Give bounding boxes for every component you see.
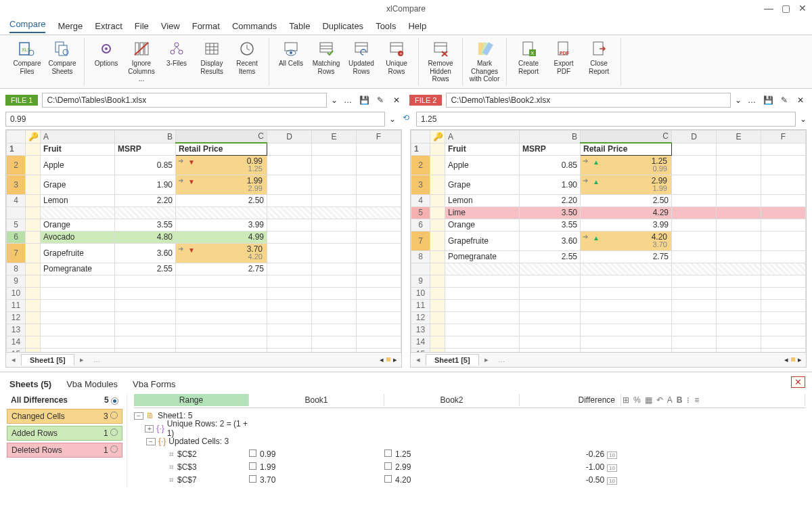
- ribbon-compare[interactable]: Compare Sheets: [45, 38, 80, 85]
- cell-c2[interactable]: ➜▲1.250.99: [581, 155, 672, 175]
- checkbox-b1[interactable]: [249, 475, 256, 483]
- ribbon-display[interactable]: Display Results: [194, 38, 229, 85]
- cell-b3[interactable]: 1.90: [115, 175, 176, 194]
- ribbon-recent[interactable]: Recent Items: [229, 38, 265, 85]
- ribbon-updated[interactable]: Updated Rows: [344, 38, 379, 85]
- col-header-C[interactable]: C: [581, 130, 672, 143]
- tree-cell-$C$7[interactable]: ⌗$C$7 3.70 4.20 -0.5010: [134, 474, 805, 487]
- row-header-7[interactable]: 7: [411, 231, 430, 250]
- tool-bold-icon[interactable]: B: [677, 395, 683, 405]
- tool-percent-icon[interactable]: %: [633, 395, 641, 405]
- cell-b6[interactable]: 3.55: [520, 219, 581, 231]
- cell-b3[interactable]: 1.90: [520, 175, 581, 194]
- file1-save-icon[interactable]: 💾: [358, 94, 370, 106]
- file2-save-icon[interactable]: 💾: [762, 94, 774, 106]
- diffcol-book2[interactable]: Book2: [384, 394, 520, 406]
- close-panel-button[interactable]: ✕: [791, 376, 805, 388]
- checkbox-b2[interactable]: [384, 475, 392, 483]
- cell-b4[interactable]: 2.20: [115, 194, 176, 206]
- tool-grid-icon[interactable]: ⊞: [623, 395, 629, 405]
- filter-added[interactable]: Added Rows 1: [7, 426, 122, 441]
- menu-view[interactable]: View: [161, 21, 180, 31]
- file2-more-button[interactable]: …: [746, 94, 758, 106]
- formula-expand-left-icon[interactable]: ⌄: [389, 114, 396, 124]
- tree-unique-node[interactable]: +{·}Unique Rows: 2 = (1 + 1): [134, 422, 805, 435]
- cell-c8[interactable]: 2.75: [176, 263, 267, 275]
- cell-b7[interactable]: 3.60: [115, 243, 176, 263]
- cell-c2[interactable]: ➜▼0.991.25: [176, 155, 267, 175]
- col-header-D[interactable]: D: [267, 130, 312, 143]
- row-header-3[interactable]: 3: [7, 175, 26, 194]
- row-header-4[interactable]: 4: [411, 194, 430, 206]
- cell-a6[interactable]: Orange: [445, 219, 520, 231]
- cell-c7[interactable]: ➜▼3.704.20: [176, 243, 267, 263]
- file2-close-icon[interactable]: ✕: [794, 94, 807, 106]
- cell-c7[interactable]: ➜▲4.203.70: [581, 231, 672, 250]
- radio-deleted[interactable]: [110, 445, 118, 453]
- cell-a5[interactable]: Orange: [41, 219, 115, 231]
- cell-c4[interactable]: 2.50: [176, 194, 267, 206]
- sheet-tab-right[interactable]: Sheet1 [5]: [426, 354, 479, 366]
- file2-path[interactable]: C:\Demo\Tables\Book2.xlsx: [446, 93, 731, 108]
- cell-b7[interactable]: 3.60: [520, 231, 581, 250]
- ribbon-ignore[interactable]: Ignore Columns ...: [124, 38, 159, 85]
- file2-edit-icon[interactable]: ✎: [778, 94, 790, 106]
- ribbon-options[interactable]: Options: [89, 38, 124, 85]
- tab-vba-forms[interactable]: Vba Forms: [133, 379, 176, 389]
- tab-vba-modules[interactable]: Vba Modules: [66, 379, 118, 389]
- sheet-tab-left[interactable]: Sheet1 [5]: [21, 354, 74, 366]
- tool-font-icon[interactable]: A: [667, 395, 673, 405]
- cell-c6[interactable]: 4.99: [176, 231, 267, 243]
- file1-dropdown-icon[interactable]: ⌄: [331, 95, 338, 105]
- col-header-B[interactable]: B: [115, 130, 176, 143]
- row-header-6[interactable]: 6: [7, 231, 26, 243]
- checkbox-b1[interactable]: [249, 449, 256, 457]
- ribbon-unique[interactable]: +Unique Rows: [379, 38, 414, 85]
- ribbon-matching[interactable]: Matching Rows: [309, 38, 344, 85]
- cell-a5[interactable]: Lime: [445, 206, 520, 219]
- file1-more-button[interactable]: …: [342, 94, 354, 106]
- cell-b8[interactable]: 2.55: [520, 250, 581, 263]
- diffcol-range[interactable]: Range: [134, 394, 249, 406]
- cell-a4[interactable]: Lemon: [445, 194, 520, 206]
- cell-c4[interactable]: 2.50: [581, 194, 672, 206]
- col-header-E[interactable]: E: [717, 130, 761, 143]
- row-header-2[interactable]: 2: [411, 155, 430, 175]
- menu-tools[interactable]: Tools: [376, 21, 396, 31]
- diffcol-book1[interactable]: Book1: [249, 394, 384, 406]
- cell-a2[interactable]: Apple: [445, 155, 520, 175]
- tree-updated-node[interactable]: −{·}Updated Cells: 3: [134, 435, 805, 448]
- sync-scroll-icon[interactable]: ⟲: [403, 113, 409, 123]
- row-header-5[interactable]: 5: [411, 206, 430, 219]
- ribbon-all-cells[interactable]: All Cells: [273, 38, 309, 85]
- tree-cell-$C$2[interactable]: ⌗$C$2 0.99 1.25 -0.2610: [134, 448, 805, 461]
- col-header-C[interactable]: C: [176, 130, 267, 143]
- filter-changed[interactable]: Changed Cells 3: [7, 409, 122, 424]
- tool-more-icon[interactable]: ≡: [694, 395, 699, 405]
- maximize-button[interactable]: ▢: [782, 3, 790, 14]
- col-header-D[interactable]: D: [672, 130, 717, 143]
- ribbon-remove[interactable]: Remove Hidden Rows: [423, 38, 458, 85]
- radio-added[interactable]: [110, 428, 118, 436]
- col-header-E[interactable]: E: [312, 130, 357, 143]
- cell-c8[interactable]: 2.75: [581, 250, 672, 263]
- cell-b6[interactable]: 4.80: [115, 231, 176, 243]
- row-header-8[interactable]: 8: [7, 263, 26, 275]
- checkbox-b2[interactable]: [384, 462, 392, 470]
- cell-c6[interactable]: 3.99: [581, 219, 672, 231]
- ribbon-create[interactable]: XCreate Report: [511, 38, 546, 85]
- formula-bar-right[interactable]: 1.25: [416, 112, 796, 127]
- row-header-3[interactable]: 3: [411, 175, 430, 194]
- filter-all[interactable]: All Differences 5: [7, 393, 122, 407]
- cell-a6[interactable]: Avocado: [41, 231, 115, 243]
- formula-bar-left[interactable]: 0.99: [5, 112, 385, 127]
- cell-b8[interactable]: 2.55: [115, 263, 176, 275]
- col-header-A[interactable]: A: [41, 130, 115, 143]
- checkbox-b2[interactable]: [384, 449, 392, 457]
- cell-c5[interactable]: 3.99: [176, 219, 267, 231]
- minimize-button[interactable]: —: [764, 3, 773, 14]
- col-header-F[interactable]: F: [357, 130, 401, 143]
- cell-b5[interactable]: 3.50: [520, 206, 581, 219]
- cell-b2[interactable]: 0.85: [115, 155, 176, 175]
- tool-chart-icon[interactable]: ⫶: [686, 395, 690, 405]
